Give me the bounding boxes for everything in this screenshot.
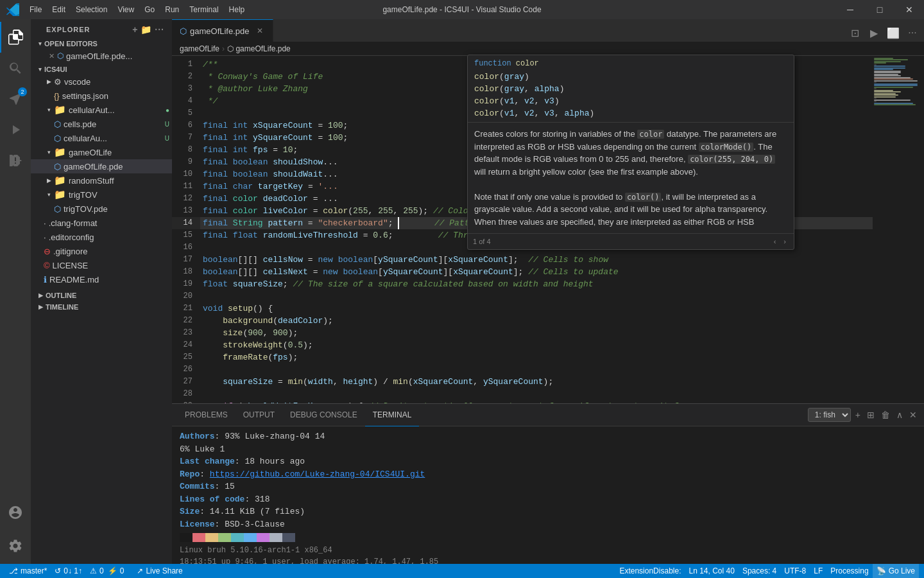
- tab-terminal[interactable]: TERMINAL: [365, 404, 420, 426]
- menu-selection[interactable]: Selection: [71, 3, 112, 17]
- tab-debug-console[interactable]: DEBUG CONSOLE: [282, 404, 365, 426]
- trigtov-folder[interactable]: ▾ 📁 trigTOV: [31, 188, 172, 202]
- trigtov-pde-file[interactable]: ⬡ trigTOV.pde: [31, 202, 172, 216]
- run-debug-icon[interactable]: [0, 114, 31, 145]
- git-branch-icon: ⎇: [9, 566, 18, 575]
- terminal-chevron-up-icon[interactable]: ∧: [894, 408, 905, 422]
- randomstuff-folder-icon: 📁: [54, 175, 66, 186]
- gitignore-label: .gitignore: [53, 247, 87, 256]
- warnings-label: 0: [120, 566, 124, 575]
- clang-icon: ·: [44, 218, 46, 228]
- table-row: 24 strokeWeight(0.5);: [172, 339, 873, 351]
- gameoflife-arrow: ▾: [44, 149, 54, 155]
- settings-json-file[interactable]: {} settings.json: [31, 89, 172, 103]
- open-editors-section[interactable]: ▾ OPEN EDITORS: [31, 37, 172, 49]
- indentation-status[interactable]: Spaces: 4: [739, 564, 780, 578]
- line-ending-status[interactable]: LF: [810, 564, 826, 578]
- settings-icon[interactable]: [0, 530, 31, 561]
- menu-bar: File Edit Selection View Go Run Terminal…: [24, 3, 250, 17]
- terminal-add-icon[interactable]: +: [853, 408, 862, 422]
- encoding-status[interactable]: UTF-8: [780, 564, 810, 578]
- errors-label: 0: [99, 566, 104, 575]
- cellularau-pde-icon: ⬡: [54, 134, 61, 143]
- ics4ui-arrow: ▾: [38, 66, 42, 73]
- go-live-icon: 📡: [877, 566, 886, 575]
- breadcrumb-folder[interactable]: gameOfLife: [180, 44, 219, 53]
- hover-sig-2: color(gray, alpha): [474, 83, 787, 95]
- explorer-icon[interactable]: [0, 22, 31, 53]
- table-row: 25 frameRate(fps);: [172, 351, 873, 363]
- outline-section[interactable]: ▶ OUTLINE: [31, 289, 172, 301]
- hover-next-icon[interactable]: ›: [781, 236, 789, 247]
- terminal-split-icon[interactable]: ⊞: [865, 408, 877, 422]
- menu-edit[interactable]: Edit: [47, 3, 71, 17]
- split-editor-icon[interactable]: ⊡: [846, 24, 864, 42]
- menu-terminal[interactable]: Terminal: [184, 3, 223, 17]
- tab-output[interactable]: OUTPUT: [235, 404, 282, 426]
- editor-tab-gameoflife[interactable]: ⬡ gameOfLife.pde ✕: [172, 19, 273, 42]
- sync-status[interactable]: ↺ 0↓ 1↑: [51, 564, 86, 578]
- trigtov-arrow: ▾: [44, 191, 54, 198]
- menu-file[interactable]: File: [24, 3, 47, 17]
- menu-help[interactable]: Help: [224, 3, 250, 17]
- gitignore-file[interactable]: ⊖ .gitignore: [31, 244, 172, 258]
- editorconfig-file[interactable]: · .editorconfig: [31, 230, 172, 244]
- open-editor-gameoflife[interactable]: ✕ ⬡ gameOfLife.pde...: [31, 49, 172, 63]
- maximize-button[interactable]: □: [865, 0, 894, 19]
- source-control-icon[interactable]: 2: [0, 83, 31, 114]
- gameoflife-pde-active[interactable]: ⬡ gameOfLife.pde: [31, 159, 172, 173]
- extensions-icon[interactable]: [0, 145, 31, 176]
- close-button[interactable]: ✕: [894, 0, 924, 19]
- git-branch-label: master*: [21, 566, 47, 575]
- terminal-trash-icon[interactable]: 🗑: [879, 408, 892, 422]
- run-icon[interactable]: ▶: [865, 24, 883, 42]
- cells-pde-file[interactable]: ⬡ cells.pde U: [31, 117, 172, 131]
- terminal-select[interactable]: 1: fish: [808, 408, 851, 422]
- gameoflife-folder[interactable]: ▾ 📁 gameOfLife: [31, 145, 172, 159]
- close-editor-icon[interactable]: ✕: [49, 52, 55, 60]
- sync-label: 0↓ 1↑: [64, 566, 82, 575]
- ics4ui-section[interactable]: ▾ ICS4UI: [31, 63, 172, 74]
- toggle-panel-icon[interactable]: ⬜: [884, 24, 902, 42]
- gameoflife-folder-label: gameOfLife: [69, 148, 112, 157]
- cursor-position-status[interactable]: Ln 14, Col 40: [685, 564, 738, 578]
- source-control-badge: 2: [18, 87, 27, 96]
- vscode-folder-arrow: ▶: [44, 78, 54, 85]
- account-icon[interactable]: [0, 497, 31, 528]
- menu-go[interactable]: Go: [139, 3, 160, 17]
- open-editors-arrow: ▾: [38, 40, 42, 47]
- cellularau-pde-file[interactable]: ⬡ cellularAu... U: [31, 131, 172, 145]
- extension-disable-status[interactable]: ExtensionDisable:: [615, 564, 685, 578]
- readme-file[interactable]: ℹ README.md: [31, 272, 172, 286]
- terminal-content[interactable]: Authors: 93% Luke-zhang-04 14 6% Luke 1 …: [172, 426, 924, 564]
- breadcrumb-file[interactable]: ⬡ gameOfLife.pde: [227, 44, 291, 53]
- tab-problems[interactable]: PROBLEMS: [177, 404, 235, 426]
- randomstuff-folder[interactable]: ▶ 📁 randomStuff: [31, 173, 172, 188]
- cellularau-pde-label: cellularAu...: [64, 134, 107, 143]
- minimize-button[interactable]: ─: [835, 0, 865, 19]
- search-icon[interactable]: [0, 53, 31, 83]
- table-row: 23 size(900, 900);: [172, 327, 873, 339]
- more-options-icon[interactable]: ···: [155, 24, 164, 35]
- hover-prev-icon[interactable]: ‹: [771, 236, 779, 247]
- tab-close-icon[interactable]: ✕: [255, 26, 265, 36]
- license-file[interactable]: © LICENSE: [31, 258, 172, 272]
- timeline-section[interactable]: ▶ TIMELINE: [31, 301, 172, 312]
- clang-format-file[interactable]: · .clang-format: [31, 216, 172, 230]
- menu-view[interactable]: View: [112, 3, 139, 17]
- timeline-arrow: ▶: [38, 304, 43, 310]
- more-actions-icon[interactable]: ···: [903, 24, 921, 42]
- cellularaut-folder[interactable]: ▾ 📁 cellularAut... ●: [31, 103, 172, 117]
- status-bar-right: ExtensionDisable: Ln 14, Col 40 Spaces: …: [615, 564, 919, 578]
- errors-status[interactable]: ⚠ 0 ⚡ 0: [86, 564, 128, 578]
- menu-run[interactable]: Run: [160, 3, 184, 17]
- new-file-icon[interactable]: +: [132, 24, 138, 35]
- terminal-close-icon[interactable]: ✕: [907, 408, 919, 422]
- language-status[interactable]: Processing: [826, 564, 872, 578]
- hover-function-name: function color: [474, 59, 787, 68]
- new-folder-icon[interactable]: 📁: [141, 24, 152, 35]
- go-live-status[interactable]: 📡 Go Live: [873, 564, 919, 578]
- live-share-button[interactable]: ↗ Live Share: [133, 564, 186, 578]
- git-branch-status[interactable]: ⎇ master*: [5, 564, 51, 578]
- vscode-folder[interactable]: ▶ ⚙ vscode: [31, 74, 172, 89]
